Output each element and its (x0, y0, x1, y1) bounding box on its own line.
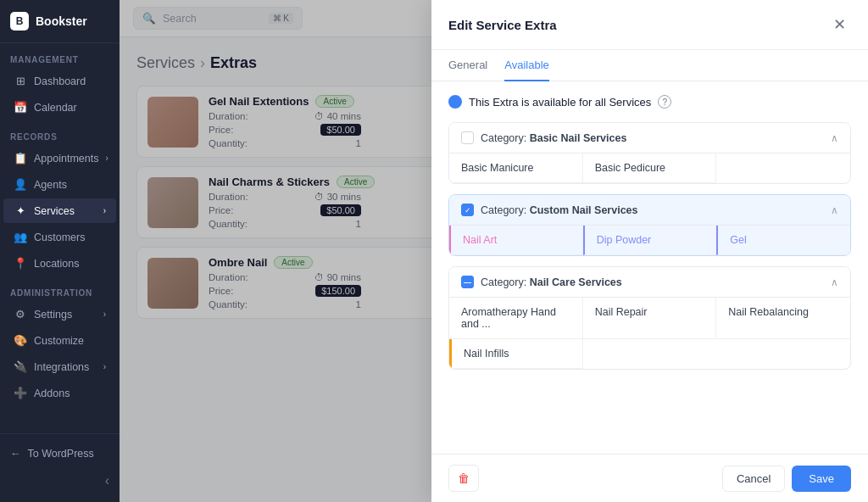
sidebar-item-label: Integrations (34, 361, 89, 373)
records-section-label: Records (0, 120, 120, 145)
chevron-up-icon: ∧ (831, 204, 838, 216)
app-logo: B Bookster (0, 0, 120, 43)
addons-icon: ➕ (14, 387, 27, 399)
agents-icon: 👤 (14, 178, 27, 191)
list-item[interactable]: Aromatherapy Hand and ... (449, 298, 583, 339)
category-label-custom-nail: Category: Custom Nail Services (481, 204, 638, 216)
logo-icon: B (10, 12, 29, 31)
category-checkbox-nail-care[interactable]: — (461, 276, 474, 288)
sidebar-item-services[interactable]: ✦ Services › (3, 198, 116, 223)
sidebar-item-label: Calendar (34, 102, 77, 114)
cancel-button[interactable]: Cancel (722, 466, 785, 492)
services-icon: ✦ (14, 204, 27, 217)
category-header-basic-nail[interactable]: Category: Basic Nail Services ∧ (449, 123, 850, 153)
edit-service-extra-modal: Edit Service Extra ✕ General Available T… (431, 0, 868, 502)
modal-footer: 🗑 Cancel Save (431, 454, 868, 502)
chevron-up-icon: ∧ (831, 132, 838, 144)
info-icon[interactable]: ? (658, 95, 671, 109)
sidebar-item-label: Customers (34, 231, 85, 243)
app-name: Bookster (36, 14, 87, 28)
category-checkbox-basic-nail[interactable] (461, 131, 474, 144)
save-button[interactable]: Save (792, 466, 851, 492)
category-label-nail-care: Category: Nail Care Services (481, 276, 622, 288)
list-item[interactable]: Basic Pedicure (583, 153, 717, 183)
chevron-up-icon: ∧ (831, 276, 838, 288)
sidebar-item-label: Agents (34, 179, 67, 191)
collapse-icon[interactable]: ‹ (105, 473, 109, 488)
tab-general[interactable]: General (448, 50, 487, 81)
sidebar-collapse-area: ‹ (0, 466, 120, 495)
customize-icon: 🎨 (14, 334, 27, 347)
administration-section-label: Administration (0, 276, 120, 301)
category-header-left: Category: Basic Nail Services (461, 131, 626, 144)
sidebar-item-label: Locations (34, 258, 80, 270)
to-wordpress-link[interactable]: ← To WordPress (0, 441, 120, 466)
sidebar-item-label: Appointments (34, 153, 98, 165)
chevron-right-icon: › (103, 310, 106, 319)
back-arrow-icon: ← (10, 448, 21, 460)
customers-icon: 👥 (14, 231, 27, 243)
check-icon: ✓ (465, 206, 471, 215)
sidebar-item-calendar[interactable]: 📅 Calendar (3, 95, 116, 120)
toggle-available-all[interactable] (448, 95, 462, 109)
category-header-custom-nail[interactable]: ✓ Category: Custom Nail Services ∧ (449, 195, 850, 225)
tab-available[interactable]: Available (504, 50, 549, 81)
modal-header: Edit Service Extra ✕ (431, 0, 868, 50)
sidebar: B Bookster Management ⊞ Dashboard 📅 Cale… (0, 0, 120, 502)
category-items-custom-nail: Nail Art Dip Powder Gel (449, 225, 850, 255)
sidebar-item-label: Dashboard (34, 75, 86, 87)
sidebar-item-label: Settings (34, 309, 72, 321)
list-item[interactable]: Nail Art (449, 226, 583, 255)
footer-actions: Cancel Save (722, 466, 851, 492)
delete-button[interactable]: 🗑 (448, 465, 479, 492)
sidebar-item-label: Customize (34, 335, 84, 347)
category-section-nail-care: — Category: Nail Care Services ∧ Aromath… (448, 266, 851, 370)
category-header-nail-care[interactable]: — Category: Nail Care Services ∧ (449, 267, 850, 297)
modal-tabs: General Available (431, 50, 868, 81)
sidebar-item-label: Services (34, 205, 75, 217)
settings-icon: ⚙ (14, 308, 27, 321)
sidebar-item-settings[interactable]: ⚙ Settings › (3, 302, 116, 326)
chevron-right-icon: › (103, 362, 106, 371)
sidebar-item-appointments[interactable]: 📋 Appointments › (3, 146, 116, 170)
chevron-right-icon: › (103, 206, 106, 215)
dashboard-icon: ⊞ (14, 75, 27, 87)
modal-title: Edit Service Extra (448, 18, 557, 32)
category-label-basic-nail: Category: Basic Nail Services (481, 132, 626, 144)
sidebar-item-locations[interactable]: 📍 Locations (3, 251, 116, 276)
list-item[interactable]: Gel (716, 226, 850, 255)
chevron-right-icon: › (105, 153, 108, 163)
available-for-all-row: This Extra is available for all Services… (448, 95, 851, 109)
category-section-custom-nail: ✓ Category: Custom Nail Services ∧ Nail … (448, 194, 851, 256)
list-item[interactable]: Dip Powder (583, 226, 717, 255)
sidebar-item-customize[interactable]: 🎨 Customize (3, 328, 116, 353)
category-header-left: — Category: Nail Care Services (461, 276, 622, 288)
sidebar-item-addons[interactable]: ➕ Addons (3, 381, 116, 405)
sidebar-bottom: ← To WordPress ‹ (0, 433, 120, 502)
list-item[interactable]: Nail Infills (449, 339, 583, 369)
category-checkbox-custom-nail[interactable]: ✓ (461, 204, 474, 216)
list-item[interactable]: Basic Manicure (449, 153, 583, 183)
appointments-icon: 📋 (14, 152, 27, 165)
available-all-label: This Extra is available for all Services (469, 96, 651, 109)
management-section-label: Management (0, 43, 120, 68)
list-item[interactable]: Nail Repair (583, 298, 717, 339)
sidebar-item-agents[interactable]: 👤 Agents (3, 172, 116, 197)
main-content: 🔍 Search ⌘ K Services › Extras Gel Nail … (120, 0, 868, 502)
category-header-left: ✓ Category: Custom Nail Services (461, 204, 638, 216)
list-item[interactable]: Nail Rebalancing (716, 298, 850, 339)
sidebar-item-label: Addons (34, 388, 70, 399)
locations-icon: 📍 (14, 257, 27, 270)
sidebar-item-integrations[interactable]: 🔌 Integrations › (3, 354, 116, 379)
modal-body: This Extra is available for all Services… (431, 81, 868, 454)
calendar-icon: 📅 (14, 101, 27, 114)
sidebar-item-dashboard[interactable]: ⊞ Dashboard (3, 69, 116, 93)
sidebar-item-customers[interactable]: 👥 Customers (3, 225, 116, 249)
category-items-nail-care: Aromatherapy Hand and ... Nail Repair Na… (449, 297, 850, 369)
category-section-basic-nail: Category: Basic Nail Services ∧ Basic Ma… (448, 122, 851, 184)
integrations-icon: 🔌 (14, 360, 27, 373)
category-items-basic-nail: Basic Manicure Basic Pedicure (449, 153, 850, 183)
modal-close-button[interactable]: ✕ (828, 14, 851, 36)
to-wordpress-label: To WordPress (28, 448, 94, 460)
